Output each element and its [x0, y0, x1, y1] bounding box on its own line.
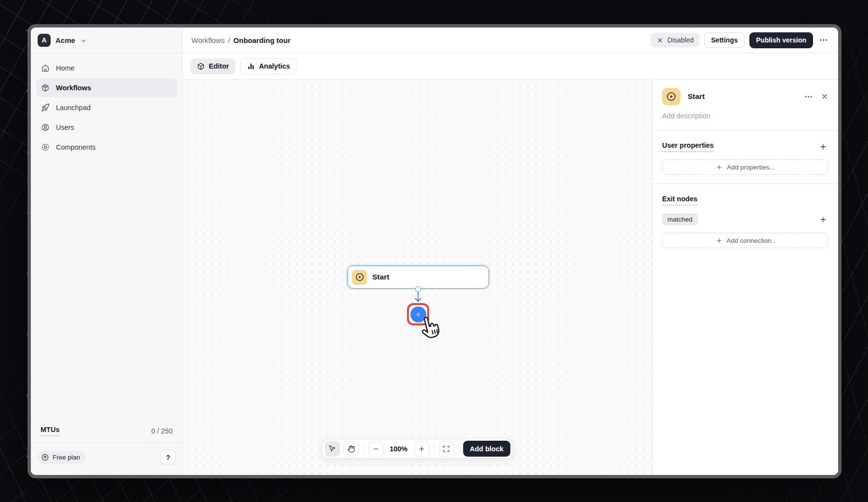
package-icon [41, 84, 50, 92]
sidebar: A Acme Home Workflows [31, 28, 183, 475]
plan-row: Free plan ? [31, 443, 182, 475]
minus-icon [372, 445, 380, 453]
ellipsis-icon [804, 92, 813, 101]
description-placeholder[interactable]: Add description [662, 112, 828, 120]
view-tabs: Editor Analytics [183, 53, 838, 80]
sidebar-item-label: Workflows [56, 84, 91, 92]
main-area: Workflows / Onboarding tour Disabled Set… [183, 28, 838, 475]
sidebar-item-components[interactable]: Components [36, 138, 177, 156]
workspace-name: Acme [55, 36, 75, 44]
add-properties-button[interactable]: Add properties... [662, 159, 828, 175]
user-properties-section: User properties Add properties... [652, 130, 838, 184]
user-circle-icon [41, 123, 50, 132]
header-menu-button[interactable] [818, 33, 829, 47]
fit-view-icon [442, 445, 450, 453]
header-actions: Disabled Settings Publish version [651, 32, 829, 48]
workflow-canvas[interactable]: Start [183, 80, 652, 475]
panel-header: Start [652, 80, 838, 130]
app-window: A Acme Home Workflows [27, 24, 841, 478]
home-icon [41, 64, 50, 72]
breadcrumb: Workflows / Onboarding tour [191, 36, 290, 44]
sidebar-item-launchpad[interactable]: Launchpad [36, 98, 177, 117]
hand-icon [347, 445, 355, 453]
sidebar-item-users[interactable]: Users [36, 118, 177, 137]
tab-analytics[interactable]: Analytics [240, 58, 297, 74]
toolbar-divider [458, 444, 459, 454]
status-badge[interactable]: Disabled [651, 33, 699, 47]
chevron-down-icon [80, 37, 87, 44]
plus-icon [414, 310, 422, 319]
package-icon [197, 62, 205, 70]
sidebar-item-label: Home [56, 64, 75, 72]
rocket-icon [41, 103, 50, 112]
panel-close-button[interactable] [821, 93, 828, 100]
node-inspector-panel: Start [652, 80, 838, 475]
app-header: Workflows / Onboarding tour Disabled Set… [183, 28, 838, 53]
sidebar-nav: Home Workflows Launchpad Users [31, 53, 182, 162]
sidebar-footer: MTUs 0 / 250 Free plan ? [31, 418, 182, 475]
tab-label: Analytics [259, 62, 290, 70]
fit-view-button[interactable] [438, 441, 454, 457]
node-output-handle[interactable] [415, 286, 421, 292]
help-button[interactable]: ? [161, 450, 176, 464]
workspace-switcher[interactable]: A Acme [31, 28, 182, 53]
sidebar-item-label: Users [56, 124, 74, 131]
tab-label: Editor [209, 62, 229, 70]
plus-icon [716, 237, 723, 244]
add-connection-button[interactable]: Add connection.. [662, 233, 828, 248]
plus-icon [716, 164, 723, 171]
sidebar-item-home[interactable]: Home [36, 59, 177, 77]
content-area: Start [183, 80, 838, 475]
add-property-button[interactable] [818, 141, 828, 152]
exit-nodes-heading: Exit nodes [662, 195, 697, 206]
play-circle-icon [352, 270, 367, 285]
add-node-highlight[interactable] [407, 303, 429, 325]
start-node[interactable]: Start [347, 265, 489, 289]
user-properties-heading: User properties [662, 141, 714, 152]
mouse-pointer-icon [328, 445, 336, 453]
panel-title: Start [688, 92, 705, 101]
toolbar-divider [363, 444, 364, 454]
x-icon [656, 37, 664, 44]
breadcrumb-page: Onboarding tour [233, 36, 290, 44]
mtus-label: MTUs [41, 426, 59, 436]
mtus-usage: MTUs 0 / 250 [31, 418, 182, 443]
zoom-in-button[interactable] [414, 441, 429, 457]
zoom-out-button[interactable] [368, 441, 383, 457]
add-exit-node-button[interactable] [818, 214, 828, 225]
workspace-avatar: A [38, 34, 51, 47]
sidebar-item-label: Components [56, 143, 95, 151]
tab-editor[interactable]: Editor [190, 58, 235, 74]
status-badge-label: Disabled [667, 36, 693, 44]
add-node-button[interactable] [410, 307, 426, 322]
pointer-tool-button[interactable] [325, 441, 340, 457]
canvas-toolbar: 100% Add block [322, 439, 513, 459]
add-block-button[interactable]: Add block [463, 441, 510, 457]
breadcrumb-section[interactable]: Workflows [191, 36, 225, 44]
add-connection-label: Add connection.. [727, 237, 775, 244]
circle-arrow-up-icon [41, 453, 49, 461]
hand-tool-button[interactable] [343, 441, 359, 457]
plus-icon [418, 445, 425, 453]
add-properties-label: Add properties... [727, 164, 774, 171]
toolbar-divider [434, 444, 434, 454]
bar-chart-icon [247, 62, 255, 70]
exit-node-tag[interactable]: matched [662, 213, 698, 225]
breadcrumb-separator: / [228, 36, 230, 44]
play-circle-icon [662, 88, 680, 105]
free-plan-button[interactable]: Free plan [38, 451, 86, 464]
zoom-level: 100% [387, 445, 410, 453]
ellipsis-icon [819, 35, 828, 45]
publish-version-button[interactable]: Publish version [749, 32, 813, 48]
sidebar-item-workflows[interactable]: Workflows [36, 79, 177, 97]
component-icon [41, 143, 50, 152]
sidebar-item-label: Launchpad [56, 104, 91, 112]
start-node-label: Start [372, 273, 389, 281]
x-icon [821, 93, 828, 100]
panel-menu-button[interactable] [804, 92, 813, 101]
exit-nodes-section: Exit nodes matched Add connection.. [652, 184, 838, 257]
settings-button[interactable]: Settings [705, 32, 745, 48]
plan-label: Free plan [53, 454, 80, 461]
mtus-value: 0 / 250 [151, 427, 173, 435]
